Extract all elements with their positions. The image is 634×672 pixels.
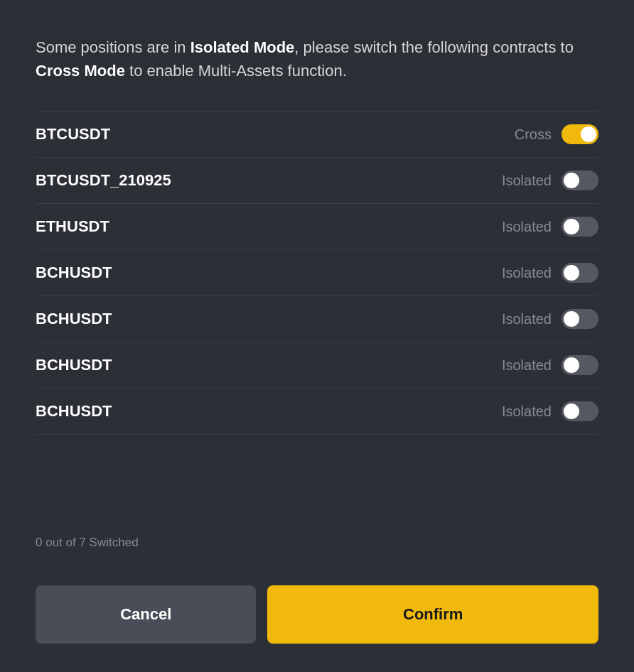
mode-label: Isolated (502, 219, 552, 235)
contract-name: BCHUSDT (36, 402, 112, 421)
contract-row: BTCUSDT_210925Isolated (36, 158, 598, 204)
mode-label: Isolated (502, 173, 552, 189)
toggle-switch[interactable] (562, 401, 598, 421)
contract-row: ETHUSDTIsolated (36, 204, 598, 250)
toggle-switch[interactable] (562, 263, 598, 283)
contract-row: BCHUSDTIsolated (36, 389, 598, 435)
contract-row: BCHUSDTIsolated (36, 250, 598, 296)
mode-label: Isolated (502, 403, 552, 420)
contract-right: Isolated (502, 217, 598, 237)
toggle-switch[interactable] (562, 355, 598, 375)
contract-name: ETHUSDT (36, 217, 109, 236)
contract-name: BTCUSDT_210925 (36, 171, 171, 190)
toggle-switch[interactable] (562, 217, 598, 237)
contract-name: BTCUSDT (36, 125, 110, 143)
contract-right: Isolated (502, 309, 598, 329)
mode-label: Isolated (502, 357, 552, 374)
contract-list: BTCUSDTCrossBTCUSDT_210925IsolatedETHUSD… (36, 111, 598, 521)
confirm-button[interactable]: Confirm (267, 585, 598, 644)
mode-label: Cross (515, 126, 552, 143)
contract-name: BCHUSDT (36, 264, 112, 282)
contract-row: BCHUSDTIsolated (36, 342, 598, 389)
contract-right: Isolated (502, 170, 598, 190)
contract-right: Isolated (502, 401, 598, 421)
toggle-switch[interactable] (562, 170, 598, 190)
button-row: Cancel Confirm (36, 571, 598, 644)
toggle-switch[interactable] (562, 124, 598, 144)
contract-name: BCHUSDT (36, 310, 112, 328)
mode-label: Isolated (502, 265, 552, 281)
description-text: Some positions are in Isolated Mode, ple… (36, 36, 598, 82)
contract-row: BTCUSDTCross (36, 111, 598, 158)
contract-right: Cross (515, 124, 598, 144)
mode-label: Isolated (502, 311, 552, 327)
contract-name: BCHUSDT (36, 356, 112, 374)
contract-right: Isolated (502, 355, 598, 375)
dialog: Some positions are in Isolated Mode, ple… (0, 0, 634, 672)
contract-row: BCHUSDTIsolated (36, 296, 598, 342)
cancel-button[interactable]: Cancel (36, 585, 256, 644)
toggle-switch[interactable] (562, 309, 598, 329)
contract-right: Isolated (502, 263, 598, 283)
status-text: 0 out of 7 Switched (36, 536, 598, 550)
